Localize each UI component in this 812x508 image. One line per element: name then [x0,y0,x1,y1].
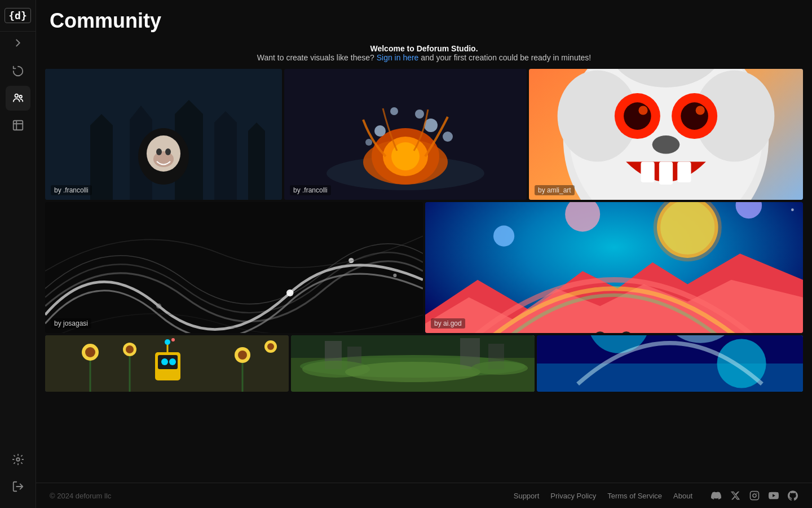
chevron-right-icon [12,37,24,49]
svg-point-28 [390,107,398,115]
footer-privacy-link[interactable]: Privacy Policy [550,492,596,500]
svg-point-107 [756,493,757,494]
gallery-item-5[interactable]: by ai.god [425,202,803,333]
svg-point-65 [791,208,794,211]
animate-icon [12,65,24,77]
svg-point-42 [638,106,647,115]
svg-point-29 [365,139,372,146]
settings-icon [12,453,24,466]
svg-point-44 [652,135,680,154]
gallery-item-4-label: by josagasi [51,318,91,329]
svg-point-106 [753,494,756,497]
footer-terms-link[interactable]: Terms of Service [607,492,662,500]
github-icon[interactable] [787,490,798,501]
gallery-item-4[interactable]: by josagasi [45,202,423,333]
svg-point-16 [165,148,171,155]
twitter-icon[interactable] [730,490,741,501]
logo-text: {d} [5,8,31,23]
gallery: by .francolli [36,69,812,483]
svg-point-51 [393,274,396,277]
instagram-icon[interactable] [749,490,760,501]
sidebar-item-settings[interactable] [6,447,30,472]
svg-point-86 [169,358,176,365]
gallery-item-6[interactable] [45,335,289,392]
gallery-item-1[interactable]: by .francolli [45,69,282,200]
svg-point-60 [493,226,514,247]
welcome-banner: Welcome to Deforum Studio. Want to creat… [36,37,812,69]
svg-marker-8 [214,111,237,200]
gallery-row-1: by .francolli [45,69,803,200]
svg-point-0 [15,94,18,98]
footer-support-link[interactable]: Support [514,492,540,500]
svg-point-15 [156,148,162,155]
sidebar-toggle-button[interactable] [0,32,36,54]
svg-point-30 [443,132,453,142]
welcome-heading: Welcome to Deforum Studio. [370,44,478,53]
sidebar-item-templates[interactable] [6,113,30,138]
svg-rect-45 [641,162,654,182]
svg-point-3 [16,458,20,461]
footer-social [710,490,798,501]
svg-point-98 [345,362,480,382]
gallery-item-2[interactable]: by .francolli [284,69,527,200]
page-title: Community [50,9,798,33]
sidebar: {d} [0,0,36,508]
sidebar-item-signout[interactable] [6,474,30,499]
svg-point-1 [19,95,22,98]
svg-point-49 [286,290,293,296]
templates-icon [12,119,24,132]
page-header: Community [36,0,812,37]
svg-point-41 [681,102,708,130]
gallery-item-5-label: by ai.god [431,318,465,329]
svg-point-82 [267,343,274,350]
svg-point-40 [624,102,651,130]
svg-marker-9 [248,122,265,200]
svg-rect-46 [659,162,673,185]
svg-rect-48 [45,202,423,333]
svg-point-79 [238,351,247,360]
gallery-item-7[interactable] [291,335,535,392]
gallery-item-8[interactable] [537,335,803,392]
sidebar-item-animate[interactable] [6,59,30,84]
footer-about-link[interactable]: About [673,492,692,500]
svg-point-99 [471,361,528,375]
gallery-item-3[interactable]: by amli_art [529,69,803,200]
svg-point-76 [126,345,134,353]
gallery-item-2-label: by .francolli [290,185,331,195]
gallery-row-2: by josagasi [45,202,803,333]
svg-point-85 [161,358,168,365]
svg-rect-47 [677,162,691,182]
gallery-item-1-label: by .francolli [51,185,92,195]
svg-point-73 [85,347,95,357]
sidebar-item-community[interactable] [6,86,30,111]
signin-link[interactable]: Sign in here [377,53,419,62]
svg-rect-105 [751,492,759,500]
copyright: © 2024 deforum llc [50,492,111,500]
svg-rect-2 [13,121,23,130]
welcome-text-before: Want to create visuals like these? [257,53,374,62]
youtube-icon[interactable] [768,490,779,501]
discord-icon[interactable] [710,490,722,501]
sidebar-logo[interactable]: {d} [0,0,36,32]
svg-point-89 [171,338,175,341]
gallery-item-3-label: by amli_art [535,185,575,195]
svg-point-27 [415,110,424,119]
svg-marker-5 [90,114,113,200]
signout-icon [12,480,24,493]
svg-point-43 [696,106,705,115]
footer-right: Support Privacy Policy Terms of Service … [514,490,798,501]
sidebar-bottom [0,443,36,508]
sidebar-nav [0,54,36,443]
welcome-text-after: and your first creation could be ready i… [421,53,591,62]
svg-point-88 [165,339,170,345]
svg-point-52 [156,304,161,309]
svg-point-25 [374,125,386,137]
footer: © 2024 deforum llc Support Privacy Polic… [36,483,812,508]
gallery-row-3 [45,335,803,392]
community-icon [12,92,24,104]
main-content: Community Welcome to Deforum Studio. Wan… [36,0,812,508]
